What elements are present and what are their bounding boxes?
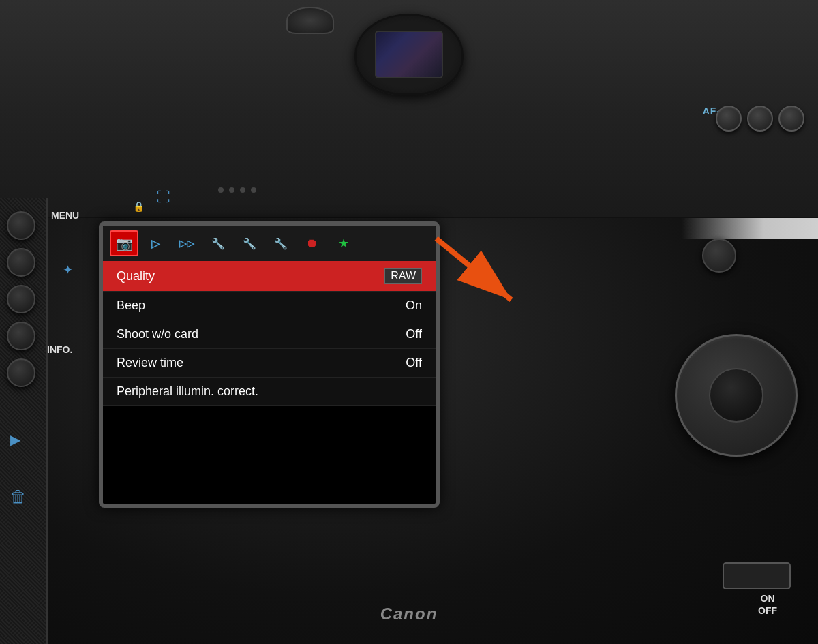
left-button-3[interactable]	[7, 285, 35, 313]
quality-label: Quality	[117, 269, 371, 283]
left-button-1[interactable]	[7, 211, 35, 240]
review-time-value: Off	[406, 356, 422, 370]
set-inner-button[interactable]	[709, 368, 763, 423]
menu-content: Quality RAW Beep On Shoot w/o card Off R…	[103, 261, 436, 406]
beep-label: Beep	[117, 298, 392, 313]
tab-wrench-3[interactable]: 🔧	[267, 230, 295, 256]
tab-camera-1[interactable]: 📷	[110, 230, 138, 256]
shoot-wo-card-value: Off	[406, 327, 422, 341]
lock-icon: 🔒	[133, 201, 145, 212]
trash-icon[interactable]: 🗑	[10, 487, 27, 506]
on-off-switch[interactable]	[723, 562, 791, 589]
play-icon[interactable]: ▶	[10, 431, 20, 448]
on-off-label: ONOFF	[758, 592, 777, 617]
screen-right-button[interactable]	[702, 239, 736, 273]
tab-wrench-2[interactable]: 🔧	[235, 230, 264, 256]
menu-row-beep[interactable]: Beep On	[103, 292, 436, 320]
beep-value: On	[406, 298, 422, 313]
left-button-2[interactable]	[7, 248, 35, 277]
tab5-icon: 🔧	[243, 237, 256, 250]
review-time-label: Review time	[117, 356, 392, 370]
set-dial[interactable]	[675, 334, 798, 457]
top-button-2[interactable]	[747, 106, 773, 132]
mode-icon: ⛶	[157, 189, 170, 205]
tab6-icon: 🔧	[274, 237, 288, 250]
tab3-icon: ▷▷	[179, 238, 194, 249]
camera-top: AF-ON	[0, 0, 818, 218]
tab-camera-2[interactable]: ▷	[141, 230, 170, 256]
left-buttons	[7, 211, 35, 387]
tab7-icon: ⏺	[306, 236, 318, 251]
info-label: INFO.	[47, 344, 72, 355]
lcd-inner: 📷 ▷ ▷▷ 🔧 🔧	[103, 226, 436, 504]
tab2-icon: ▷	[151, 237, 160, 250]
top-button-1[interactable]	[716, 106, 742, 132]
peripheral-label: Peripheral illumin. correct.	[117, 384, 422, 399]
left-button-5[interactable]	[7, 358, 35, 387]
tab4-icon: 🔧	[211, 237, 225, 250]
menu-row-quality[interactable]: Quality RAW	[103, 261, 436, 292]
shoot-wo-card-label: Shoot w/o card	[117, 327, 392, 341]
viewfinder-inner	[375, 31, 443, 78]
mode-dial[interactable]	[286, 7, 334, 34]
menu-row-peripheral[interactable]: Peripheral illumin. correct.	[103, 378, 436, 406]
lcd-screen: 📷 ▷ ▷▷ 🔧 🔧	[99, 221, 440, 508]
viewfinder-eyecup	[354, 14, 464, 95]
tab-camera-3[interactable]: ▷▷	[172, 230, 201, 256]
quality-value: RAW	[384, 268, 422, 284]
top-button-3[interactable]	[778, 106, 804, 132]
top-buttons	[716, 106, 804, 132]
tab8-icon: ★	[338, 236, 349, 251]
svg-line-1	[436, 239, 511, 300]
dots-row	[218, 187, 256, 193]
left-button-4[interactable]	[7, 322, 35, 350]
tab-video[interactable]: ⏺	[298, 230, 327, 256]
multi-icon: ✦	[63, 262, 73, 277]
menu-row-review-time[interactable]: Review time Off	[103, 349, 436, 378]
tab-star[interactable]: ★	[329, 230, 358, 256]
menu-label: MENU	[51, 210, 79, 221]
tab-wrench-1[interactable]: 🔧	[204, 230, 232, 256]
menu-row-shoot-wo-card[interactable]: Shoot w/o card Off	[103, 320, 436, 349]
camera-icon: 📷	[116, 235, 133, 251]
camera-body: AF-ON MENU INFO. ⛶ 🔒 ▶ ✦ 🗑	[0, 0, 818, 644]
canon-logo: Canon	[380, 604, 438, 624]
menu-tabs: 📷 ▷ ▷▷ 🔧 🔧	[103, 226, 436, 261]
